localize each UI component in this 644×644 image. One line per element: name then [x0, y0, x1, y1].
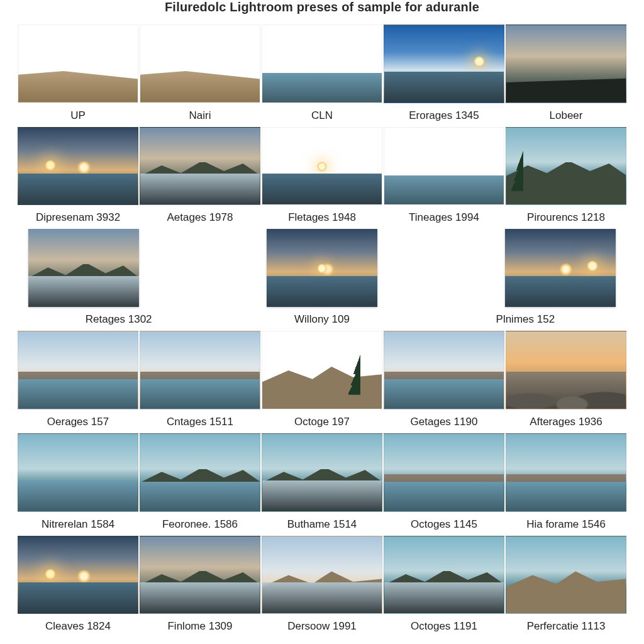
preset-thumb[interactable]: [140, 536, 260, 614]
preset-thumb[interactable]: [18, 127, 138, 206]
preset-thumb[interactable]: [262, 433, 382, 512]
preset-label: Pirourencs 1218: [506, 211, 626, 224]
preset-thumb[interactable]: [140, 127, 260, 206]
preset-thumb[interactable]: [506, 536, 626, 614]
preset-label: Octoge 197: [262, 416, 382, 428]
preset-thumb[interactable]: [384, 536, 504, 614]
preset-thumb[interactable]: [384, 331, 504, 409]
thumb-row: [18, 433, 626, 512]
preset-thumb[interactable]: [506, 433, 626, 512]
preset-label: Getages 1190: [384, 416, 504, 428]
label-row: Dipresenam 3932Aetages 1978Fletages 1948…: [18, 211, 626, 224]
preset-thumb[interactable]: [262, 331, 382, 409]
preset-thumb[interactable]: [384, 127, 504, 206]
preset-label: Finlome 1309: [140, 620, 260, 633]
preset-thumb[interactable]: [262, 536, 382, 614]
preset-thumb[interactable]: [18, 25, 138, 103]
page-title: Filuredolc Lightroom preses of sample fo…: [18, 0, 626, 21]
label-row: Oerages 157Cntages 1511Octoge 197Getages…: [18, 416, 626, 428]
label-row: Cleaves 1824Finlome 1309Dersoow 1991Octo…: [18, 620, 626, 633]
preset-label: Nairi: [140, 109, 260, 122]
preset-label: Aetages 1978: [140, 211, 260, 224]
preset-label: Octoges 1191: [384, 620, 504, 633]
preset-label: Nitrerelan 1584: [18, 518, 138, 531]
preset-label: UP: [18, 109, 138, 122]
thumb-row: [18, 127, 626, 206]
preset-thumb[interactable]: [18, 331, 138, 409]
preset-thumb[interactable]: [506, 127, 626, 206]
preset-label: Perfercatie 1113: [506, 620, 626, 633]
preset-label: Afterages 1936: [506, 416, 626, 428]
preset-label: Octoges 1145: [384, 518, 504, 531]
thumb-row: [18, 536, 626, 614]
thumb-row: [18, 25, 626, 103]
preset-label: Tineages 1994: [384, 211, 504, 224]
preset-label: Dipresenam 3932: [18, 211, 138, 224]
preset-label: Fletages 1948: [262, 211, 382, 224]
thumb-row: [18, 229, 626, 307]
preset-label: Cleaves 1824: [18, 620, 138, 633]
preset-label: Buthame 1514: [262, 518, 382, 531]
preset-thumb[interactable]: [506, 331, 626, 409]
preset-label: Retages 1302: [18, 313, 219, 326]
preset-label: Erorages 1345: [384, 109, 504, 122]
preset-thumb[interactable]: [384, 433, 504, 512]
label-row: Retages 1302Willony 109Plnimes 152: [18, 313, 626, 326]
preset-label: Lobeer: [506, 109, 626, 122]
preset-label: Oerages 157: [18, 416, 138, 428]
thumb-row: [18, 331, 626, 409]
label-row: Nitrerelan 1584Feoronee. 1586Buthame 151…: [18, 518, 626, 531]
preset-label: Hia forame 1546: [506, 518, 626, 531]
preset-thumb[interactable]: [28, 229, 139, 307]
preset-thumb[interactable]: [384, 25, 504, 103]
preset-thumb[interactable]: [506, 25, 626, 103]
preset-thumb[interactable]: [267, 229, 377, 307]
label-row: UPNairiCLNErorages 1345Lobeer: [18, 109, 626, 122]
preset-label: Willony 109: [221, 313, 423, 326]
preset-gallery-page: Filuredolc Lightroom preses of sample fo…: [0, 0, 644, 644]
preset-thumb[interactable]: [262, 127, 382, 206]
preset-thumb[interactable]: [140, 433, 260, 512]
preset-label: CLN: [262, 109, 382, 122]
preset-thumb[interactable]: [18, 536, 138, 614]
preset-thumb[interactable]: [262, 25, 382, 103]
preset-thumb[interactable]: [18, 433, 138, 512]
preset-thumb[interactable]: [140, 331, 260, 409]
preset-label: Plnimes 152: [425, 313, 626, 326]
preset-label: Feoronee. 1586: [140, 518, 260, 531]
preset-thumb[interactable]: [505, 229, 616, 307]
preset-thumb[interactable]: [140, 25, 260, 103]
preset-label: Cntages 1511: [140, 416, 260, 428]
preset-label: Dersoow 1991: [262, 620, 382, 633]
